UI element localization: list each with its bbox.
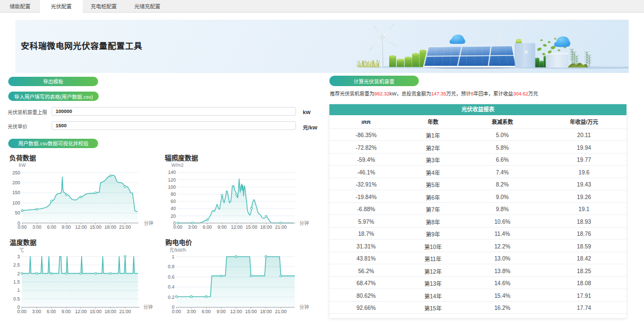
svg-text:20: 20 (170, 213, 176, 219)
svg-text:15:00: 15:00 (90, 224, 102, 230)
svg-text:18:00: 18:00 (105, 309, 117, 314)
svg-text:元/kW/h: 元/kW/h (169, 247, 186, 253)
svg-text:1: 1 (172, 254, 175, 259)
svg-text:21:00: 21:00 (275, 309, 287, 314)
svg-text:18:00: 18:00 (260, 224, 272, 230)
svg-text:80: 80 (170, 191, 176, 197)
svg-text:0.4: 0.4 (168, 284, 174, 290)
svg-text:分钟: 分钟 (144, 304, 153, 310)
svg-text:0: 0 (173, 220, 176, 226)
svg-text:18:00: 18:00 (260, 309, 272, 314)
svg-text:21:00: 21:00 (275, 224, 287, 230)
svg-text:12:00: 12:00 (230, 309, 242, 314)
svg-text:1: 1 (18, 287, 20, 293)
svg-text:0.6: 0.6 (168, 274, 174, 280)
svg-text:12:00: 12:00 (231, 224, 243, 230)
svg-text:120: 120 (168, 177, 176, 183)
svg-text:15:00: 15:00 (246, 224, 258, 230)
svg-text:0: 0 (18, 304, 20, 310)
svg-text:6:00: 6:00 (47, 309, 56, 314)
svg-text:0: 0 (172, 304, 175, 310)
svg-text:℃: ℃ (19, 247, 24, 253)
svg-text:3:00: 3:00 (32, 309, 41, 314)
svg-text:3:00: 3:00 (188, 224, 197, 230)
svg-text:0: 0 (18, 220, 20, 226)
svg-text:6:00: 6:00 (47, 224, 56, 230)
svg-text:3:00: 3:00 (187, 309, 196, 314)
svg-text:分钟: 分钟 (299, 220, 309, 226)
svg-text:100: 100 (168, 184, 176, 190)
svg-text:9:00: 9:00 (61, 309, 71, 314)
svg-text:3:00: 3:00 (32, 224, 42, 230)
svg-text:12:00: 12:00 (75, 309, 87, 314)
svg-text:0.5: 0.5 (13, 296, 20, 302)
svg-text:50: 50 (15, 210, 20, 216)
svg-text:9:00: 9:00 (216, 309, 226, 314)
svg-text:150: 150 (13, 190, 21, 195)
svg-text:40: 40 (170, 206, 176, 211)
svg-text:0.8: 0.8 (168, 264, 174, 269)
svg-text:21:00: 21:00 (119, 309, 132, 314)
svg-text:分钟: 分钟 (144, 220, 154, 226)
svg-text:21:00: 21:00 (119, 224, 131, 230)
svg-text:250: 250 (13, 170, 21, 176)
svg-text:0.2: 0.2 (168, 295, 174, 300)
svg-text:1.5: 1.5 (13, 279, 20, 285)
svg-text:W/m2: W/m2 (172, 162, 184, 168)
svg-text:100: 100 (13, 200, 21, 206)
svg-text:200: 200 (13, 180, 21, 185)
svg-text:9:00: 9:00 (218, 224, 227, 230)
svg-text:15:00: 15:00 (90, 309, 102, 314)
svg-text:15:00: 15:00 (245, 309, 257, 314)
svg-text:分钟: 分钟 (299, 304, 309, 310)
svg-text:2: 2 (18, 271, 20, 276)
svg-text:12:00: 12:00 (75, 224, 87, 230)
svg-text:6:00: 6:00 (202, 309, 211, 314)
svg-text:6:00: 6:00 (203, 224, 212, 230)
svg-text:60: 60 (170, 199, 176, 204)
svg-text:140: 140 (168, 169, 176, 175)
svg-text:2.5: 2.5 (13, 262, 20, 268)
svg-text:3: 3 (18, 254, 20, 259)
svg-text:kW: kW (19, 162, 26, 168)
svg-text:18:00: 18:00 (104, 224, 116, 230)
svg-text:9:00: 9:00 (62, 224, 71, 230)
